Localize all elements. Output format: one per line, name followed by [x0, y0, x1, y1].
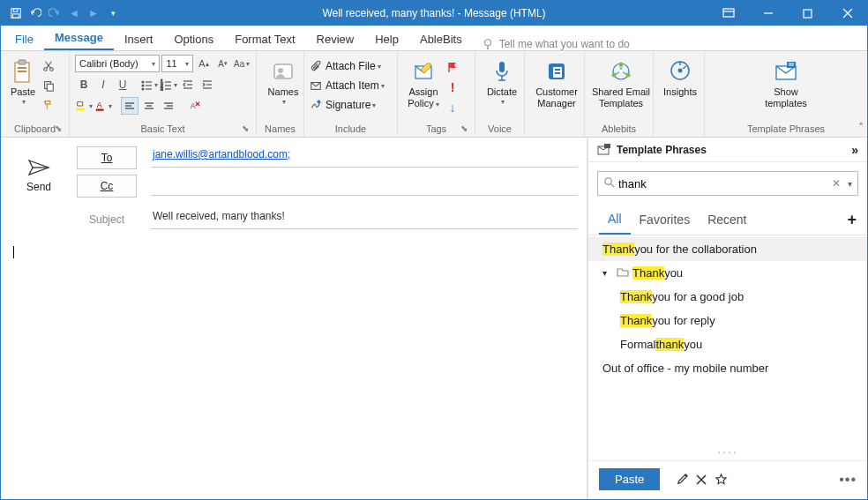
chevron-down-icon: ▾: [282, 98, 286, 106]
template-folder[interactable]: ▾ Thank you: [588, 261, 867, 285]
numbering-icon[interactable]: 123▾: [160, 76, 177, 93]
group-clipboard-label: Clipboard⬊: [6, 122, 64, 137]
decrease-indent-icon[interactable]: [179, 76, 197, 93]
undo-icon[interactable]: [26, 4, 45, 23]
svg-rect-14: [18, 71, 26, 72]
names-button[interactable]: Names ▾: [262, 55, 304, 106]
tab-file[interactable]: File: [4, 28, 44, 50]
template-item[interactable]: Thank you for reply: [588, 309, 867, 332]
show-templates-button[interactable]: Show templates: [755, 55, 817, 109]
tab-recent[interactable]: Recent: [699, 205, 755, 234]
search-dropdown-icon[interactable]: ▾: [848, 179, 852, 189]
edit-icon[interactable]: [672, 473, 692, 486]
tab-help[interactable]: Help: [364, 28, 409, 50]
folder-icon: [617, 266, 629, 280]
cc-field[interactable]: [151, 176, 578, 196]
svg-rect-39: [96, 109, 104, 111]
subject-label: Subject: [77, 213, 137, 226]
template-item[interactable]: Thank you for a good job: [588, 285, 867, 309]
svg-point-16: [50, 68, 54, 71]
subject-field[interactable]: Well received, many thanks!: [151, 210, 578, 229]
align-right-icon[interactable]: [160, 97, 177, 115]
to-field[interactable]: jane.willis@artandblood.com;: [151, 148, 578, 168]
dictate-button[interactable]: Dictate ▾: [481, 55, 523, 106]
dialog-launcher-icon[interactable]: ⬊: [460, 123, 468, 133]
forward-icon: ►: [84, 4, 103, 23]
clear-search-icon[interactable]: ✕: [832, 177, 841, 190]
paste-template-button[interactable]: Paste: [599, 468, 660, 490]
tell-me-search[interactable]: Tell me what you want to do: [482, 38, 630, 50]
tab-message[interactable]: Message: [44, 26, 114, 50]
underline-icon[interactable]: U: [114, 76, 131, 93]
tab-all[interactable]: All: [599, 205, 631, 235]
group-tags-label: Tags⬊: [403, 122, 469, 137]
template-search-input[interactable]: [618, 177, 827, 190]
customer-manager-button[interactable]: Customer Manager: [530, 55, 583, 109]
insights-button[interactable]: Insights: [659, 55, 701, 98]
send-button[interactable]: Send: [10, 146, 68, 203]
message-body[interactable]: [1, 235, 587, 499]
svg-point-51: [278, 68, 283, 73]
tab-options[interactable]: Options: [163, 28, 224, 50]
attach-item-button[interactable]: Attach Item▾: [310, 76, 392, 95]
search-icon: [603, 176, 615, 190]
save-icon[interactable]: [6, 4, 26, 23]
tab-insert[interactable]: Insert: [114, 28, 164, 50]
cut-icon[interactable]: [40, 57, 57, 75]
cc-button[interactable]: Cc: [77, 175, 137, 198]
to-button[interactable]: To: [77, 146, 137, 169]
template-item[interactable]: Formal thank you: [588, 332, 867, 356]
follow-up-flag-icon[interactable]: [444, 58, 461, 76]
add-template-icon[interactable]: +: [847, 211, 857, 229]
more-options-icon[interactable]: •••: [839, 472, 857, 488]
template-item[interactable]: Thank you for the collaboration: [588, 237, 867, 261]
low-importance-icon[interactable]: ↓: [444, 99, 461, 116]
window-title: Well received, many thanks! - Message (H…: [322, 7, 545, 19]
assign-policy-button[interactable]: Assign Policy▾: [403, 55, 444, 116]
shared-email-templates-button[interactable]: Shared Email Templates: [590, 55, 652, 109]
grow-font-icon[interactable]: A▴: [195, 55, 213, 72]
font-color-icon[interactable]: A▾: [94, 97, 112, 115]
signature-button[interactable]: Signature▾: [310, 95, 392, 115]
svg-rect-13: [18, 67, 26, 69]
bold-icon[interactable]: B: [75, 76, 93, 93]
tab-format-text[interactable]: Format Text: [224, 28, 305, 50]
template-search[interactable]: ✕ ▾: [597, 171, 858, 196]
close-icon[interactable]: [827, 1, 867, 26]
dialog-launcher-icon[interactable]: ⬊: [55, 123, 62, 133]
compose-pane: Send To jane.willis@artandblood.com; Cc …: [1, 138, 588, 499]
align-center-icon[interactable]: [140, 97, 158, 115]
format-painter-icon[interactable]: [40, 96, 57, 114]
highlight-icon[interactable]: ▾: [75, 97, 93, 115]
font-size-select[interactable]: 11▾: [161, 55, 193, 72]
favorite-icon[interactable]: [711, 473, 730, 486]
change-case-icon[interactable]: Aa▾: [233, 55, 251, 72]
bullets-icon[interactable]: ▾: [140, 76, 158, 93]
paste-button[interactable]: Paste ▾: [6, 55, 40, 114]
expand-panel-icon[interactable]: »: [851, 143, 858, 157]
italic-icon[interactable]: I: [94, 76, 112, 93]
font-name-select[interactable]: Calibri (Body)▾: [75, 55, 160, 72]
qat-dropdown-icon[interactable]: ▾: [103, 4, 123, 23]
tab-review[interactable]: Review: [306, 28, 365, 50]
template-item[interactable]: Out of office - my mobile number: [588, 356, 867, 380]
copy-icon[interactable]: [40, 77, 57, 94]
align-left-icon[interactable]: [121, 97, 138, 115]
delete-icon[interactable]: [692, 474, 711, 486]
svg-text:A: A: [191, 101, 196, 110]
shrink-font-icon[interactable]: A▾: [214, 55, 232, 72]
high-importance-icon[interactable]: !: [444, 78, 461, 96]
svg-rect-12: [19, 60, 26, 64]
clear-formatting-icon[interactable]: A: [186, 97, 204, 115]
attach-file-button[interactable]: Attach File▾: [310, 56, 392, 76]
tab-ablebits[interactable]: AbleBits: [409, 28, 473, 50]
minimize-icon[interactable]: [748, 1, 788, 26]
collapse-icon[interactable]: ▾: [602, 268, 613, 278]
collapse-ribbon-icon[interactable]: ˄: [858, 122, 864, 134]
ribbon-display-icon[interactable]: [708, 1, 748, 26]
increase-indent-icon[interactable]: [198, 76, 216, 93]
dialog-launcher-icon[interactable]: ⬊: [242, 123, 249, 133]
tab-favorites[interactable]: Favorites: [631, 205, 700, 234]
resize-handle[interactable]: ····: [588, 443, 867, 460]
maximize-icon[interactable]: [788, 1, 827, 26]
